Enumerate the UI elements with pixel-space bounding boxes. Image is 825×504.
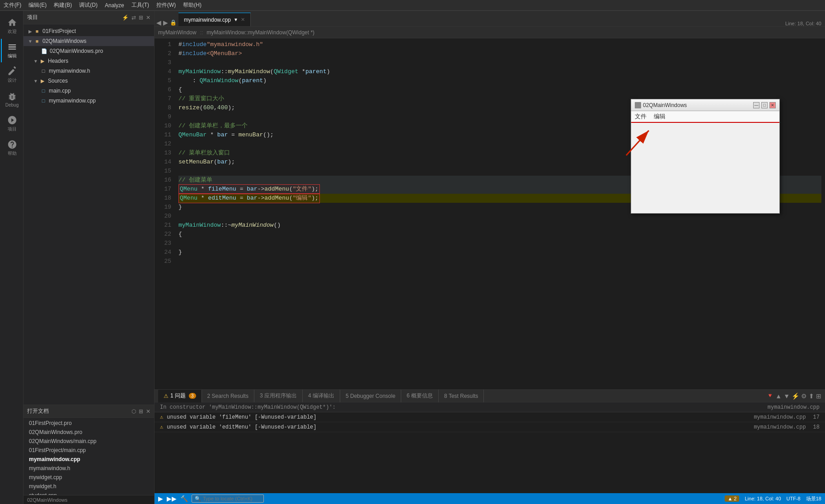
- tab-close-icon[interactable]: ✕: [241, 17, 245, 23]
- sidebar-item-design[interactable]: 设计: [1, 63, 23, 87]
- open-doc-item[interactable]: 02QMainWindows.pro: [23, 428, 154, 437]
- tab-app-output[interactable]: 3 应用程序输出: [254, 390, 303, 402]
- bottom-tab-maximize[interactable]: ⊞: [816, 392, 821, 400]
- line-num-1: 1: [155, 40, 171, 49]
- issue-file: mymainwindow.cpp: [754, 414, 806, 420]
- menu-item-build[interactable]: 构建(B): [54, 1, 72, 9]
- left-panel: 项目 ⚡ ⇄ ⊞ ✕ ▶ ■ 01FirstProject ▼ ■ 02QMai…: [23, 11, 155, 504]
- tree-item-main-cpp[interactable]: □ main.cpp: [23, 86, 154, 96]
- tree-item-02qmainwindows[interactable]: ▼ ■ 02QMainWindows: [23, 36, 154, 46]
- open-doc-item[interactable]: mywidget.h: [23, 482, 154, 491]
- combo-icon[interactable]: ⬡: [131, 408, 136, 415]
- close-icon[interactable]: ✕: [146, 14, 150, 21]
- close2-icon[interactable]: ✕: [146, 408, 150, 415]
- preview-minimize-button[interactable]: —: [753, 102, 759, 108]
- line-num-15: 15: [155, 167, 171, 176]
- open-doc-item[interactable]: mywidget.cpp: [23, 473, 154, 482]
- open-doc-item-active[interactable]: mymainwindow.cpp: [23, 455, 154, 464]
- sidebar-item-welcome[interactable]: 欢迎: [1, 14, 23, 38]
- tab-general-info[interactable]: 6 概要信息: [401, 390, 439, 402]
- open-doc-item[interactable]: mymainwindow.h: [23, 464, 154, 473]
- bottom-tab-settings[interactable]: ⚙: [801, 392, 807, 400]
- preview-close-button[interactable]: ✕: [769, 102, 776, 108]
- menu-item-file[interactable]: 文件(F): [4, 1, 21, 9]
- search-icon: 🔍: [195, 496, 201, 502]
- status-location: 场景18: [806, 495, 821, 502]
- tree-item-01firstproject[interactable]: ▶ ■ 01FirstProject: [23, 26, 154, 36]
- sidebar-item-help[interactable]: 帮助: [1, 136, 23, 160]
- preview-menu-file[interactable]: 文件: [635, 112, 647, 121]
- expand2-icon[interactable]: ⊞: [139, 408, 143, 415]
- bottom-tab-actions: 🔻 ▲ ▼ ⚡ ⚙ ⬆ ⊞: [767, 392, 821, 400]
- issue-row-2[interactable]: ⚠ unused variable 'editMenu' [-Wunused-v…: [155, 422, 825, 432]
- tab-nav-lock[interactable]: 🔒: [170, 19, 177, 26]
- editor-position: Line: 18, Col: 40: [785, 21, 821, 26]
- tree-item-mymainwindow-h[interactable]: □ mymainwindow.h: [23, 66, 154, 76]
- folder-icon: ▶: [39, 57, 46, 65]
- tab-nav-back[interactable]: ◀: [156, 19, 161, 26]
- menu-item-controls[interactable]: 控件(W): [156, 1, 176, 9]
- tab-nav-forward[interactable]: ▶: [163, 19, 168, 26]
- menu-item-tools[interactable]: 工具(T): [131, 1, 149, 9]
- status-issues[interactable]: ▲ 2: [725, 495, 739, 502]
- code-content[interactable]: #include "mymainwindow.h" #include <QMen…: [175, 38, 825, 389]
- line-num-2: 2: [155, 49, 171, 58]
- tree-item-sources[interactable]: ▼ ▶ Sources: [23, 76, 154, 86]
- file-cpp-icon: □: [40, 87, 47, 94]
- bottom-tab-down[interactable]: ▼: [783, 392, 790, 400]
- tab-compile-output[interactable]: 4 编译输出: [303, 390, 340, 402]
- project-tree: ▶ ■ 01FirstProject ▼ ■ 02QMainWindows 📄 …: [23, 24, 154, 405]
- open-doc-item[interactable]: 01FirstProject/main.cpp: [23, 446, 154, 455]
- tab-debugger-console[interactable]: 5 Debugger Console: [340, 390, 401, 402]
- line-num-12: 12: [155, 140, 171, 149]
- menu-item-help[interactable]: 帮助(H): [183, 1, 202, 9]
- tab-issues[interactable]: ⚠ 1 问题 3: [158, 390, 202, 402]
- tab-dropdown-icon[interactable]: ▼: [234, 17, 238, 22]
- line-num-9: 9: [155, 112, 171, 121]
- status-search-bar[interactable]: 🔍: [192, 495, 264, 503]
- status-debug-button[interactable]: ▶▶: [167, 495, 177, 502]
- tree-item-pro[interactable]: 📄 02QMainWindows.pro: [23, 46, 154, 56]
- line-num-22: 22: [155, 230, 171, 239]
- code-line-1: #include "mymainwindow.h": [178, 40, 821, 49]
- issue-text: unused variable 'editMenu' [-Wunused-var…: [167, 424, 316, 430]
- line-num-16: 16: [155, 176, 171, 185]
- tab-test-results[interactable]: 8 Test Results: [439, 390, 484, 402]
- issue-header-file: mymainwindow.cpp: [768, 404, 820, 411]
- code-line-2: #include <QMenuBar>: [178, 49, 821, 58]
- issues-tab-label: 1 问题: [170, 392, 186, 400]
- bottom-tab-next[interactable]: ⚡: [792, 392, 799, 400]
- open-doc-item[interactable]: 02QMainWindows/main.cpp: [23, 437, 154, 446]
- line-num-10: 10: [155, 121, 171, 131]
- code-editor[interactable]: 1 2 3 4 5 6 7 8 9 10 11 12 13 14 15 16: [155, 38, 825, 389]
- icon-bar: 欢迎 编辑 设计 Debug 项目 帮助: [0, 11, 23, 504]
- open-doc-item[interactable]: student.cpp: [23, 491, 154, 495]
- sidebar-item-edit[interactable]: 编辑: [1, 39, 23, 62]
- filter-icon[interactable]: ⚡: [122, 14, 129, 21]
- current-project-label: 02QMainWindows: [23, 495, 154, 504]
- preview-menu-edit[interactable]: 编辑: [654, 112, 666, 121]
- project-icon: ■: [33, 28, 41, 35]
- open-doc-item[interactable]: 01FirstProject.pro: [23, 419, 154, 428]
- bottom-tab-up[interactable]: ▲: [775, 392, 782, 400]
- preview-maximize-button[interactable]: □: [761, 102, 768, 108]
- tree-item-mymainwindow-cpp[interactable]: □ mymainwindow.cpp: [23, 96, 154, 106]
- issue-row-1[interactable]: ⚠ unused variable 'fileMenu' [-Wunused-v…: [155, 412, 825, 422]
- bottom-tab-filter[interactable]: 🔻: [767, 392, 773, 400]
- menu-item-debug[interactable]: 调试(D): [79, 1, 98, 9]
- bottom-tab-close[interactable]: ⬆: [809, 392, 814, 400]
- tab-nav: ◀ ▶ 🔒: [155, 19, 178, 26]
- expand-icon[interactable]: ⊞: [139, 14, 143, 21]
- status-build-button[interactable]: 🔨: [180, 495, 188, 502]
- editor-tab-mymainwindow-cpp[interactable]: mymainwindow.cpp ▼ ✕: [178, 13, 251, 26]
- tree-spacer: [34, 48, 41, 54]
- sync-icon[interactable]: ⇄: [131, 14, 136, 21]
- sidebar-item-project[interactable]: 项目: [1, 112, 23, 135]
- menu-item-analyze[interactable]: Analyze: [105, 2, 124, 9]
- status-run-button[interactable]: ▶: [158, 495, 163, 502]
- tab-search-results[interactable]: 2 Search Results: [202, 390, 254, 402]
- tree-item-headers[interactable]: ▼ ▶ Headers: [23, 56, 154, 66]
- sidebar-item-debug[interactable]: Debug: [1, 88, 23, 111]
- menu-item-edit[interactable]: 编辑(E): [28, 1, 47, 9]
- search-input[interactable]: [203, 496, 257, 501]
